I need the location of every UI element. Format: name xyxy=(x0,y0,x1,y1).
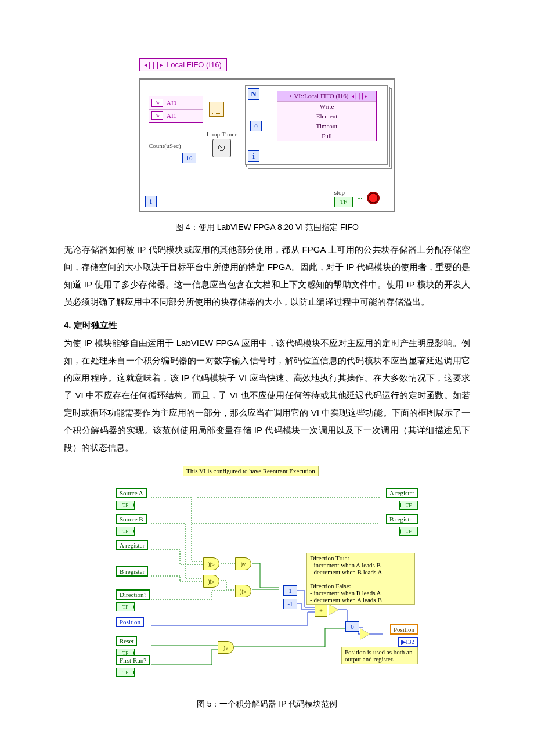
const-10-value: 10 xyxy=(182,153,196,163)
tf-indicator: TF xyxy=(116,602,135,611)
direction-label: Direction? xyxy=(116,589,150,600)
analog-input-node: ∿ AI0 ∿ AI1 xyxy=(149,96,203,123)
a-register-local: A register xyxy=(116,540,148,552)
figure-5-caption: 图 5：一个积分解码器 IP 代码模块范例 xyxy=(64,699,470,710)
count-usec: Count(uSec) xyxy=(149,142,181,149)
local-fifo-node: ◂|||▸ Local FIFO (I16) xyxy=(139,58,227,71)
fifo-glyph-icon: ◂|||▸ xyxy=(143,60,163,69)
local-fifo-label: Local FIFO (I16) xyxy=(167,60,222,69)
fifo-glyph-icon: ◂|||▸ xyxy=(351,92,367,100)
position-local: Position xyxy=(116,617,144,629)
const-0: 0 xyxy=(345,621,359,632)
vi-fifo-header: ➝ VI::Local FIFO (I16) ◂|||▸ xyxy=(277,91,376,101)
b-register-label: B register xyxy=(116,566,148,577)
document-page: ◂|||▸ Local FIFO (I16) i ∿ AI0 ∿ AI1 Cou… xyxy=(0,0,534,753)
direction-control: Direction? TF xyxy=(116,589,150,611)
paragraph-1: 无论存储器如何被 IP 代码模块或应用的其他部分使用，都从 FPGA 上可用的公… xyxy=(64,241,470,311)
reentrant-note: This VI is configured to have Reentrant … xyxy=(183,466,319,476)
i-terminal-outer: i xyxy=(145,196,157,207)
figure-5: This VI is configured to have Reentrant … xyxy=(116,466,418,686)
clock-icon: ⏲ xyxy=(212,139,231,157)
source-b-control: Source B TF xyxy=(116,514,147,536)
select-reset xyxy=(360,628,370,640)
ai1-row: ∿ AI1 xyxy=(149,110,203,123)
i32-type: ▶I32 xyxy=(398,637,418,647)
i-terminal-for: i xyxy=(248,150,259,162)
ai0-row: ∿ AI0 xyxy=(149,96,203,110)
ai1-label: AI1 xyxy=(167,112,176,119)
const-zero: 0 xyxy=(250,121,262,131)
vi-fifo-timeout-row: Timeout xyxy=(277,121,376,131)
a-register-indicator: A register TF xyxy=(386,488,418,510)
source-a-control: Source A TF xyxy=(116,488,147,510)
b-register-indicator: B register TF xyxy=(386,514,418,536)
xor-gate-2: )▷ xyxy=(203,575,219,588)
stop-area: stop TF ··· xyxy=(334,189,380,207)
tf-indicator: TF xyxy=(116,527,135,536)
vi-fifo-full-row: Full xyxy=(277,131,376,141)
xor-gate-1: )▷ xyxy=(203,557,219,570)
stop-label: stop xyxy=(334,189,345,196)
add-icon: + xyxy=(315,604,327,617)
block-diagram-outer: i ∿ AI0 ∿ AI1 Count(uSec) 10 Loop Timer xyxy=(139,78,395,212)
tf-indicator: TF xyxy=(399,501,418,510)
position-note: Position is used as both an output and r… xyxy=(341,647,418,664)
b-register-label: B register xyxy=(386,514,418,524)
tf-indicator: TF xyxy=(399,527,418,536)
for-loop: N 0 i ➝ VI::Local FIFO (I16) ◂|||▸ Write… xyxy=(245,85,388,165)
vi-fifo-element-row: Element xyxy=(277,111,376,121)
count-label: Count(uSec) xyxy=(149,142,181,149)
ai0-label: AI0 xyxy=(167,99,176,106)
waveform-icon: ∿ xyxy=(151,111,163,120)
or-gate: )v xyxy=(235,557,251,570)
first-run-control: First Run? TF xyxy=(116,655,150,677)
xor-gate-3: )▷ xyxy=(235,585,251,597)
wire-dots: ··· xyxy=(358,195,362,201)
a-register-label: A register xyxy=(116,540,148,550)
const-10: 10 xyxy=(182,153,196,163)
reset-label: Reset xyxy=(116,636,137,646)
arrow-icon: ➝ xyxy=(286,92,291,100)
loop-timer-label: Loop Timer xyxy=(207,131,237,138)
figure-4: ◂|||▸ Local FIFO (I16) i ∿ AI0 ∿ AI1 Cou… xyxy=(139,58,395,212)
b-register-local: B register xyxy=(116,566,148,578)
const-neg1: -1 xyxy=(283,599,297,609)
loop-timer: Loop Timer ⏲ xyxy=(204,131,239,157)
position-label: Position xyxy=(116,617,144,627)
const-1: 1 xyxy=(283,585,297,596)
or-gate-reset: )v xyxy=(218,641,234,654)
waveform-icon: ∿ xyxy=(151,99,163,107)
figure-4-caption: 图 4：使用 LabVIEW FPGA 8.20 VI 范围指定 FIFO xyxy=(64,222,470,233)
paragraph-2: 为使 IP 模块能够自由运用于 LabVIEW FPGA 应用中，该代码模块不应… xyxy=(64,334,470,456)
source-a-label: Source A xyxy=(116,488,147,498)
heading-4: 4. 定时独立性 xyxy=(64,320,470,331)
direction-note: Direction True: - increment when A leads… xyxy=(306,553,415,605)
tf-indicator: TF xyxy=(116,668,135,677)
build-array-icon xyxy=(209,102,224,117)
stop-tf-indicator: TF xyxy=(334,197,353,207)
N-terminal: N xyxy=(248,88,259,100)
position-out-label: Position xyxy=(390,624,418,635)
a-register-label: A register xyxy=(386,488,418,498)
source-b-label: Source B xyxy=(116,514,147,524)
select-2 xyxy=(329,604,339,615)
tf-indicator: TF xyxy=(116,501,135,510)
vi-fifo-header-text: VI::Local FIFO (I16) xyxy=(294,92,348,100)
stop-button-icon xyxy=(367,192,380,204)
first-run-label: First Run? xyxy=(116,655,150,665)
vi-fifo-write: ➝ VI::Local FIFO (I16) ◂|||▸ Write Eleme… xyxy=(277,91,377,141)
position-indicator: Position ▶I32 xyxy=(390,624,418,649)
vi-fifo-write-row: Write xyxy=(277,101,376,111)
